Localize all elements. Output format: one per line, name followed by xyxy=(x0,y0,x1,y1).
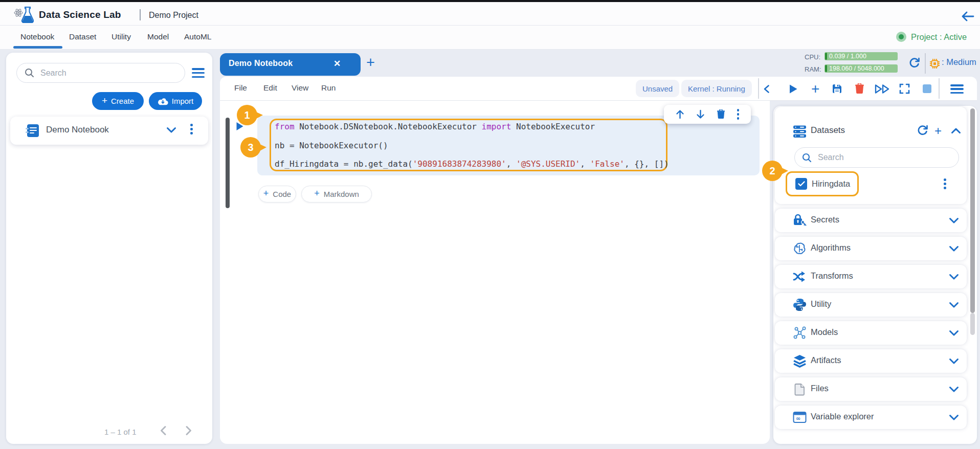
annotation-box-dataset xyxy=(786,171,859,196)
add-dataset-icon[interactable]: + xyxy=(934,124,942,138)
search-placeholder: Search xyxy=(40,69,66,78)
code-text: , xyxy=(506,159,516,169)
add-markdown-label: Markdown xyxy=(324,190,359,198)
chevron-down-icon xyxy=(949,274,959,280)
fullscreen-icon[interactable] xyxy=(899,77,910,101)
toggle-right-panel-icon[interactable] xyxy=(950,84,964,94)
code-string: '90891683874283980' xyxy=(413,159,506,169)
kernel-status-badge: Kernel : Running xyxy=(681,80,752,97)
sidebar-menu-icon[interactable] xyxy=(192,68,205,78)
code-string: '@SYS.USERID' xyxy=(516,159,580,169)
cpu-chip-icon xyxy=(930,59,940,69)
menu-edit[interactable]: Edit xyxy=(263,83,277,93)
artifacts-icon xyxy=(793,354,807,368)
plus-icon: + xyxy=(314,188,320,199)
datasets-section-label: Datasets xyxy=(811,125,845,136)
section-transforms[interactable]: Transforms xyxy=(775,265,967,288)
chevron-down-icon[interactable] xyxy=(166,127,176,133)
plus-icon: + xyxy=(263,188,269,199)
menu-file[interactable]: File xyxy=(234,83,247,93)
divider xyxy=(758,78,759,99)
import-button[interactable]: Import xyxy=(149,92,202,110)
cell-actions-toolbar xyxy=(664,105,751,124)
notebook-tab[interactable]: Demo Notebook ✕ xyxy=(220,53,361,76)
code-text: nb = NotebookExecutor() xyxy=(275,137,669,155)
menu-run[interactable]: Run xyxy=(321,83,336,93)
scrollbar-thumb[interactable] xyxy=(970,108,975,313)
section-variable-explorer[interactable]: ∞ Variable explorer xyxy=(775,406,967,429)
notebook-item-menu-icon[interactable] xyxy=(190,124,193,134)
transforms-icon xyxy=(793,270,807,283)
new-tab-button[interactable]: + xyxy=(366,54,375,71)
datasets-search-input[interactable]: Search xyxy=(794,147,959,168)
code-text: Notebook.DSNotebook.NotebookExecutor xyxy=(295,122,482,131)
ram-label: RAM: xyxy=(805,65,821,73)
cell-more-options-icon[interactable] xyxy=(737,109,740,120)
project-status: Project : Active xyxy=(896,32,967,42)
pagination-next-icon[interactable] xyxy=(185,425,192,436)
kernel-size-label: : Medium xyxy=(942,57,976,67)
nav-tab-model[interactable]: Model xyxy=(147,32,169,41)
nav-tab-dataset[interactable]: Dataset xyxy=(69,32,96,41)
nav-tab-notebook[interactable]: Notebook xyxy=(20,32,54,41)
refresh-datasets-icon[interactable] xyxy=(917,124,928,137)
code-content[interactable]: from Notebook.DSNotebook.NotebookExecuto… xyxy=(275,118,669,174)
annotation-step-1: 1 xyxy=(237,105,257,125)
notebook-tab-label: Demo Notebook xyxy=(229,59,293,68)
tab-close-icon[interactable]: ✕ xyxy=(333,58,341,69)
move-cell-down-icon[interactable] xyxy=(696,109,705,119)
code-text: NotebookExecutor xyxy=(511,122,595,131)
sidebar-search-input[interactable]: Search xyxy=(16,63,185,83)
unsaved-badge: Unsaved xyxy=(636,80,679,97)
cpu-label: CPU: xyxy=(805,53,820,61)
chevron-up-icon[interactable] xyxy=(951,127,961,134)
add-code-cell-button[interactable]: + Code xyxy=(258,186,296,203)
section-label: Secrets xyxy=(811,215,839,224)
secrets-icon xyxy=(793,214,807,227)
section-files[interactable]: Files xyxy=(775,377,967,401)
active-tab-underline xyxy=(13,46,62,49)
run-all-icon[interactable] xyxy=(875,77,890,101)
back-arrow-icon[interactable] xyxy=(961,11,975,22)
refresh-resources-icon[interactable] xyxy=(908,57,920,69)
section-utility[interactable]: Utility xyxy=(775,293,967,317)
nav-tab-automl[interactable]: AutoML xyxy=(184,32,211,41)
add-cell-icon[interactable]: + xyxy=(811,77,819,101)
datasets-section: Datasets + Search Hiringdata xyxy=(775,107,967,204)
title-divider xyxy=(140,9,141,20)
project-name: Demo Project xyxy=(149,11,198,20)
pagination-prev-icon[interactable] xyxy=(160,425,167,436)
run-cell-icon[interactable] xyxy=(789,77,798,101)
move-cell-up-icon[interactable] xyxy=(676,109,684,119)
delete-cell-icon[interactable] xyxy=(717,109,725,119)
section-secrets[interactable]: Secrets xyxy=(775,209,967,232)
notebook-item-label: Demo Notebook xyxy=(46,125,109,135)
add-markdown-cell-button[interactable]: + Markdown xyxy=(301,186,372,203)
resource-monitor: CPU: 0.039 / 1.000 RAM: 198.060 / 5048.0… xyxy=(773,51,980,77)
section-models[interactable]: Models xyxy=(775,321,967,345)
section-algorithms[interactable]: Algorithms xyxy=(775,237,967,260)
section-artifacts[interactable]: Artifacts xyxy=(775,349,967,373)
app-logo-flask-icon xyxy=(13,6,34,25)
collapse-panel-icon[interactable] xyxy=(763,77,770,101)
ram-usage-bar: 198.060 / 5048.000 xyxy=(825,64,898,73)
cloud-import-icon xyxy=(158,97,168,105)
app-title: Data Science Lab xyxy=(39,9,121,20)
nav-tab-utility[interactable]: Utility xyxy=(112,32,131,41)
project-status-label: Project : Active xyxy=(911,32,967,42)
notebook-list-item[interactable]: Demo Notebook xyxy=(10,117,208,145)
pagination-label: 1 – 1 of 1 xyxy=(104,428,137,436)
dataset-item-menu-icon[interactable] xyxy=(944,178,946,189)
stop-kernel-icon[interactable] xyxy=(923,77,931,101)
section-label: Utility xyxy=(811,299,831,309)
chevron-down-icon xyxy=(949,245,959,252)
menu-view[interactable]: View xyxy=(292,83,308,93)
app-header: Data Science Lab Demo Project xyxy=(0,2,980,26)
notebook-editor-panel: from Notebook.DSNotebook.NotebookExecuto… xyxy=(220,101,770,444)
save-notebook-icon[interactable] xyxy=(832,77,842,101)
svg-text:∞: ∞ xyxy=(796,415,800,422)
ram-usage-value: 198.060 / 5048.000 xyxy=(829,65,884,72)
delete-cell-icon[interactable] xyxy=(855,77,864,101)
create-button[interactable]: + Create xyxy=(92,92,144,110)
code-string: 'False' xyxy=(590,159,625,169)
